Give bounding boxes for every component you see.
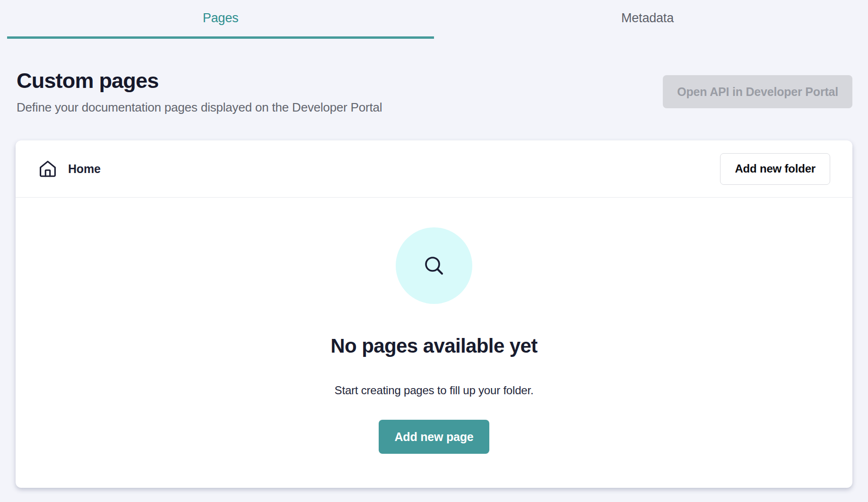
page-header-text: Custom pages Define your documentation p… [17, 68, 382, 115]
page-subtitle: Define your documentation pages displaye… [17, 100, 382, 115]
breadcrumb-home: Home [68, 162, 101, 176]
tab-pages[interactable]: Pages [7, 0, 434, 39]
tab-bar: Pages Metadata [0, 0, 868, 39]
card-header-row: Home Add new folder [16, 140, 852, 198]
custom-pages-screen: Pages Metadata Custom pages Define your … [0, 0, 868, 488]
empty-state-circle [396, 227, 472, 304]
empty-state-title: No pages available yet [330, 334, 537, 358]
add-new-folder-button[interactable]: Add new folder [720, 153, 830, 185]
open-api-in-developer-portal-button[interactable]: Open API in Developer Portal [663, 75, 852, 108]
home-icon [38, 159, 58, 179]
tab-metadata-label: Metadata [621, 11, 674, 26]
tab-metadata[interactable]: Metadata [434, 0, 861, 39]
tab-pages-label: Pages [203, 11, 239, 26]
add-new-page-button[interactable]: Add new page [379, 420, 489, 454]
empty-state-description: Start creating pages to fill up your fol… [335, 383, 534, 398]
pages-card: Home Add new folder No pages available y… [16, 140, 852, 488]
search-icon [423, 255, 445, 277]
page-title: Custom pages [17, 68, 382, 94]
empty-state: No pages available yet Start creating pa… [16, 198, 852, 454]
page-header: Custom pages Define your documentation p… [0, 39, 868, 115]
